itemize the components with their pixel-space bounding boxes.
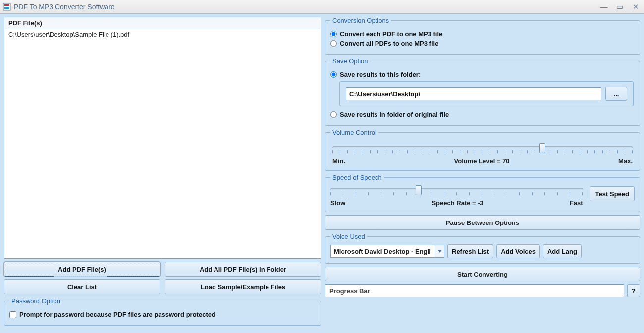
- speed-slow-label: Slow: [330, 199, 345, 207]
- convert-all-radio[interactable]: [330, 40, 337, 47]
- password-option-legend: Password Option: [9, 297, 62, 305]
- volume-control-group: Volume Control Min. Volume Level = 70 Ma…: [325, 129, 640, 171]
- add-voices-button[interactable]: Add Voices: [496, 244, 540, 258]
- volume-level-label: Volume Level = 70: [454, 157, 509, 165]
- svg-rect-1: [4, 4, 9, 6]
- list-header: PDF File(s): [4, 17, 321, 29]
- save-to-folder-radio[interactable]: [330, 71, 337, 78]
- title-bar: PDF To MP3 Converter Software — ▭ ✕: [0, 0, 644, 14]
- app-icon: [3, 3, 11, 11]
- test-speed-button[interactable]: Test Speed: [590, 186, 635, 201]
- list-item[interactable]: C:\Users\user\Desktop\Sample File (1).pd…: [4, 29, 321, 40]
- password-prompt-checkbox-row[interactable]: Prompt for password because PDF files ar…: [9, 311, 316, 318]
- browse-folder-button[interactable]: ...: [605, 87, 627, 101]
- volume-min-label: Min.: [332, 157, 345, 165]
- speed-rate-label: Speech Rate = -3: [431, 199, 483, 207]
- password-prompt-checkbox[interactable]: [9, 311, 16, 318]
- conversion-options-legend: Conversion Options: [330, 17, 391, 24]
- volume-slider-thumb[interactable]: [539, 143, 545, 153]
- load-sample-button[interactable]: Load Sample/Example Files: [165, 279, 321, 294]
- convert-all-label: Convert all PDFs to one MP3 file: [340, 40, 438, 47]
- svg-rect-2: [4, 7, 9, 9]
- volume-control-legend: Volume Control: [330, 129, 378, 136]
- convert-each-radio[interactable]: [330, 31, 337, 37]
- maximize-button[interactable]: ▭: [614, 2, 625, 11]
- volume-max-label: Max.: [618, 157, 633, 165]
- convert-each-label: Convert each PDF to one MP3 file: [340, 30, 442, 38]
- pause-between-options-button[interactable]: Pause Between Options: [325, 215, 640, 230]
- save-option-group: Save Option Save results to this folder:…: [325, 57, 640, 126]
- add-lang-button[interactable]: Add Lang: [543, 244, 582, 258]
- speed-legend: Speed of Speech: [330, 174, 384, 181]
- window-controls: — ▭ ✕: [598, 2, 641, 11]
- convert-all-radio-row[interactable]: Convert all PDFs to one MP3 file: [330, 40, 635, 47]
- add-pdf-folder-button[interactable]: Add All PDF File(s) In Folder: [165, 262, 321, 277]
- close-button[interactable]: ✕: [630, 2, 641, 11]
- conversion-options-group: Conversion Options Convert each PDF to o…: [325, 17, 640, 55]
- speed-slider-thumb[interactable]: [416, 185, 422, 195]
- help-button[interactable]: ?: [627, 284, 640, 297]
- password-prompt-label: Prompt for password because PDF files ar…: [19, 311, 215, 318]
- speed-group: Speed of Speech Slow Speech Rate = -3 Fa…: [325, 174, 640, 212]
- start-converting-button[interactable]: Start Converting: [325, 267, 640, 281]
- folder-path-input[interactable]: [346, 87, 601, 100]
- progress-bar: Progress Bar: [325, 284, 624, 297]
- save-original-folder-label: Save results in folder of original file: [340, 111, 449, 118]
- save-original-folder-radio[interactable]: [330, 111, 337, 118]
- convert-each-radio-row[interactable]: Convert each PDF to one MP3 file: [330, 30, 635, 38]
- refresh-list-button[interactable]: Refresh List: [447, 244, 493, 258]
- voice-used-group: Voice Used Microsoft David Desktop - Eng…: [325, 233, 640, 264]
- voice-used-legend: Voice Used: [330, 233, 367, 240]
- save-to-folder-radio-row[interactable]: Save results to this folder:: [330, 71, 635, 78]
- save-option-legend: Save Option: [330, 57, 370, 65]
- save-original-folder-radio-row[interactable]: Save results in folder of original file: [330, 111, 635, 118]
- password-option-group: Password Option Prompt for password beca…: [4, 297, 321, 326]
- voice-selected-text: Microsoft David Desktop - Engli: [331, 248, 435, 255]
- save-to-folder-label: Save results to this folder:: [340, 71, 421, 78]
- speed-slider[interactable]: [330, 185, 583, 198]
- volume-slider[interactable]: [332, 143, 633, 156]
- folder-path-block: ...: [339, 81, 634, 106]
- voice-combobox[interactable]: Microsoft David Desktop - Engli: [330, 245, 444, 258]
- pdf-file-list[interactable]: PDF File(s) C:\Users\user\Desktop\Sample…: [4, 17, 321, 259]
- clear-list-button[interactable]: Clear List: [4, 279, 160, 294]
- add-pdf-files-button[interactable]: Add PDF File(s): [4, 262, 160, 277]
- minimize-button[interactable]: —: [598, 2, 609, 11]
- window-title: PDF To MP3 Converter Software: [14, 3, 598, 11]
- chevron-down-icon[interactable]: [435, 245, 444, 257]
- speed-fast-label: Fast: [570, 199, 583, 207]
